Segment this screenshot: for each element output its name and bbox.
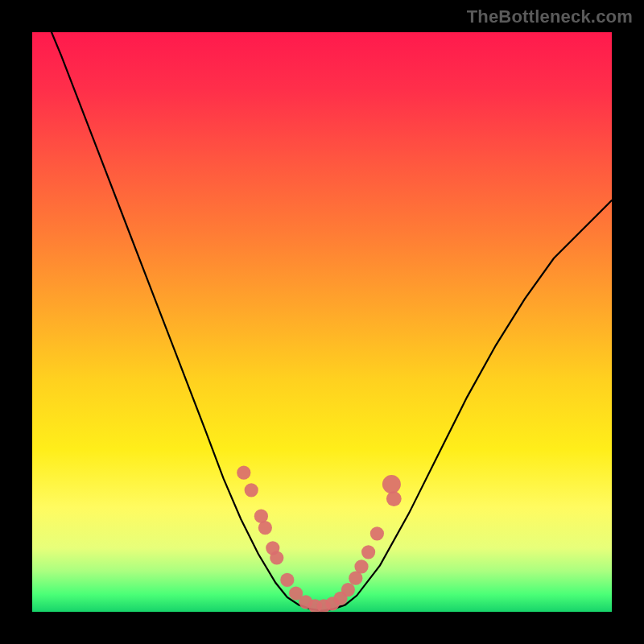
curve-marker [258, 521, 272, 535]
watermark-label: TheBottleneck.com [467, 6, 633, 27]
curve-marker [280, 573, 294, 587]
curve-marker [361, 545, 375, 559]
curve-marker [370, 526, 384, 540]
bottleneck-curve [32, 32, 612, 611]
curve-marker [382, 475, 401, 493]
curve-marker [341, 583, 355, 597]
curve-marker [386, 491, 402, 506]
curve-marker [245, 483, 258, 497]
curve-marker [237, 466, 250, 480]
plot-area [32, 32, 612, 612]
curve-marker [270, 551, 283, 564]
curve-markers [237, 466, 402, 612]
curve-layer [32, 32, 612, 612]
chart-frame: TheBottleneck.com [0, 0, 644, 644]
curve-marker [354, 559, 368, 573]
